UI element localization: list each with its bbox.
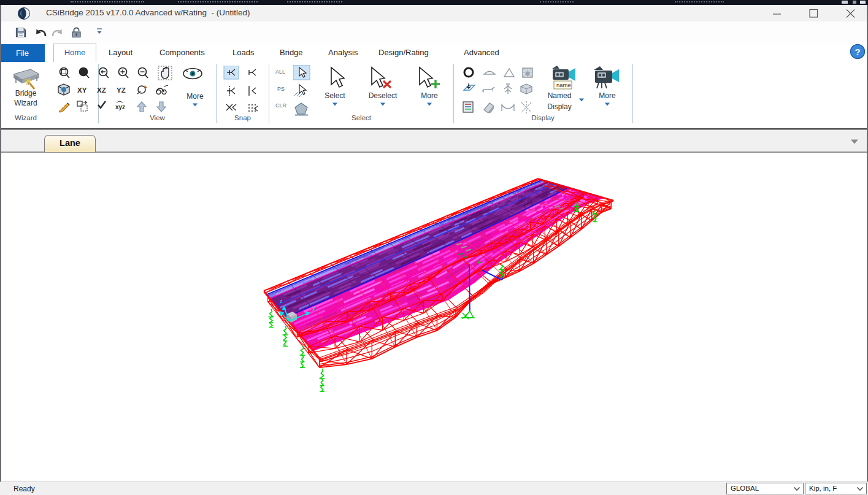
- svg-text:XY: XY: [77, 86, 87, 94]
- svg-text:xyz: xyz: [115, 104, 125, 110]
- svg-text:name: name: [556, 82, 571, 88]
- svg-text:?: ?: [855, 47, 860, 57]
- svg-text:z: z: [280, 298, 283, 304]
- svg-text:YZ: YZ: [117, 86, 126, 94]
- svg-text:XZ: XZ: [97, 86, 106, 94]
- svg-text:x: x: [312, 305, 315, 312]
